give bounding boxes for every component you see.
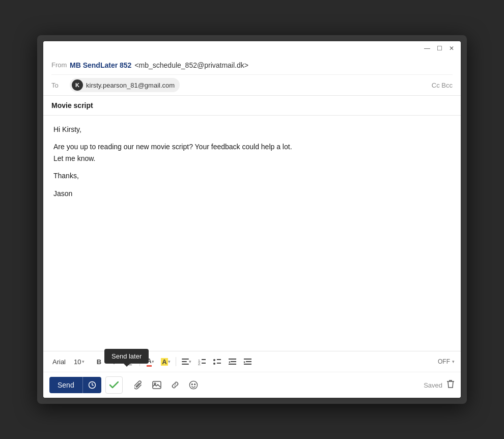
svg-point-24 [189, 381, 197, 389]
body-greeting: Hi Kirsty, [53, 124, 451, 135]
svg-rect-17 [244, 364, 251, 365]
close-button[interactable]: ✕ [447, 44, 456, 52]
indent-decrease-button[interactable] [225, 354, 239, 369]
body-paragraph1: Are you up to reading our new movie scri… [53, 141, 451, 164]
font-size-selector[interactable]: 10 ▾ [72, 357, 87, 367]
svg-marker-14 [229, 361, 230, 363]
unordered-list-button[interactable] [210, 354, 224, 369]
recipient-chip[interactable]: K kirsty.pearson_81@gmail.com [70, 78, 180, 92]
send-button-group: Send [49, 377, 101, 393]
svg-point-9 [213, 363, 215, 365]
separator2 [176, 357, 176, 366]
maximize-button[interactable]: ☐ [435, 44, 443, 52]
header-section: From MB SendLater 852 <mb_schedule_852@p… [43, 56, 461, 96]
svg-rect-13 [229, 364, 236, 365]
minimize-button[interactable]: — [423, 44, 431, 52]
attach-file-button[interactable] [131, 377, 146, 393]
cc-bcc-button[interactable]: Cc Bcc [432, 81, 453, 89]
check-button[interactable] [105, 376, 123, 394]
svg-rect-12 [231, 361, 236, 362]
svg-marker-18 [244, 361, 245, 363]
avatar: K [72, 79, 83, 91]
send-row: Send later Send [43, 372, 461, 398]
highlight-color-button[interactable]: A ▾ [158, 354, 173, 369]
spellcheck-toggle[interactable]: OFF ▾ [438, 358, 455, 365]
body-signature: Jason [53, 188, 451, 199]
saved-status: Saved [424, 379, 455, 391]
svg-point-25 [191, 384, 192, 385]
delete-button[interactable] [446, 379, 455, 391]
align-button[interactable]: ▾ [179, 354, 193, 369]
email-compose-window: — ☐ ✕ From MB SendLater 852 <mb_schedule… [43, 41, 461, 398]
send-later-tooltip: Send later [104, 349, 149, 364]
insert-link-button[interactable] [167, 377, 183, 393]
saved-label: Saved [424, 381, 442, 389]
title-bar: — ☐ ✕ [43, 41, 461, 56]
toolbar-area: Arial 10 ▾ B I U A ▾ A ▾ [43, 351, 461, 398]
svg-rect-10 [217, 363, 221, 364]
attach-image-button[interactable] [149, 377, 164, 393]
svg-rect-11 [229, 359, 236, 360]
svg-rect-16 [246, 361, 251, 362]
from-label: From [51, 61, 70, 69]
svg-point-26 [194, 384, 195, 385]
body-closing: Thanks, [53, 170, 451, 181]
subject-text: Movie script [51, 101, 93, 109]
svg-rect-2 [182, 364, 189, 365]
svg-rect-1 [182, 361, 187, 362]
ordered-list-button[interactable]: 1.2. [194, 354, 209, 369]
to-label: To [51, 81, 70, 89]
from-row: From MB SendLater 852 <mb_schedule_852@p… [51, 56, 453, 75]
svg-rect-0 [182, 359, 189, 360]
svg-rect-8 [217, 359, 221, 360]
emoji-button[interactable] [186, 377, 201, 393]
subject-row: Movie script [43, 96, 461, 116]
from-value: MB SendLater 852 <mb_schedule_852@privat… [70, 61, 453, 69]
sender-name: MB SendLater 852 [70, 61, 131, 69]
indent-increase-button[interactable] [240, 354, 255, 369]
to-row: To K kirsty.pearson_81@gmail.com Cc Bcc [51, 75, 453, 95]
send-button[interactable]: Send [49, 377, 82, 393]
svg-rect-15 [244, 359, 251, 360]
svg-rect-6 [202, 363, 206, 364]
sender-email: <mb_schedule_852@privatmail.dk> [134, 61, 248, 69]
font-selector[interactable]: Arial [49, 357, 69, 367]
email-body[interactable]: Hi Kirsty, Are you up to reading our new… [43, 116, 461, 351]
svg-rect-4 [202, 359, 206, 360]
svg-text:2.: 2. [198, 362, 201, 365]
svg-point-7 [213, 359, 215, 361]
recipient-email: kirsty.pearson_81@gmail.com [86, 81, 175, 89]
attach-icons [131, 377, 201, 393]
send-later-button[interactable] [82, 377, 101, 393]
